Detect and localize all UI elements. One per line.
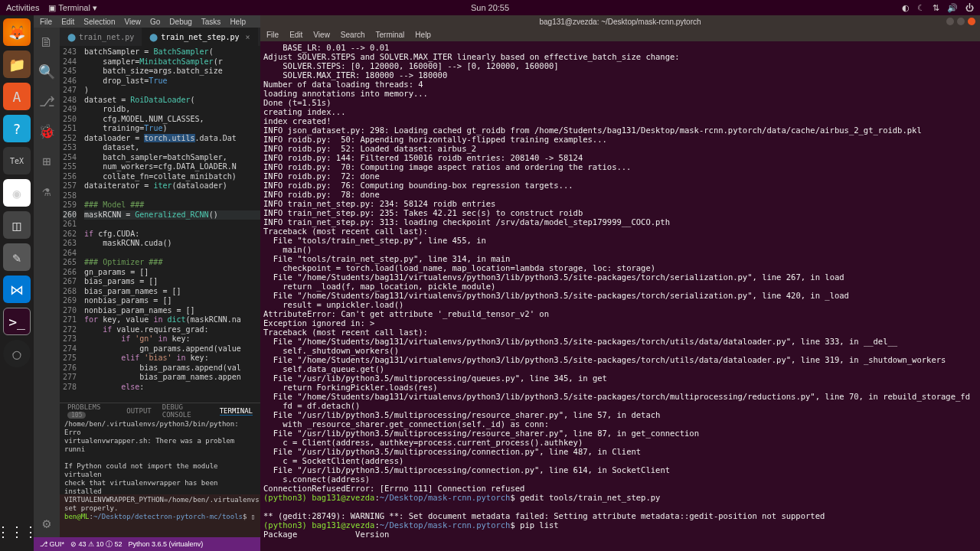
dock-terminal[interactable]: >_ <box>3 308 31 335</box>
activities-button[interactable]: Activities <box>6 3 39 12</box>
term-menu-search[interactable]: Search <box>341 31 365 39</box>
dock-help[interactable]: ? <box>3 115 31 142</box>
tab-problems[interactable]: PROBLEMS 105 <box>67 403 116 419</box>
dock-obs[interactable]: ◯ <box>3 340 31 367</box>
status-python[interactable]: Python 3.6.5 (virtualenv) <box>129 540 204 548</box>
line-gutter[interactable]: 2432442452462472482492502512522532542552… <box>60 46 81 403</box>
system-tray[interactable]: ◐ ☾ ⇅ 🔊 ⏻ <box>902 3 974 13</box>
close-button[interactable] <box>968 18 975 25</box>
dock-texstudio[interactable]: TeX <box>3 147 31 174</box>
vscode-activity-bar: 🗎 🔍 ⎇ 🐞 ⊞ ⚗ ⚙ <box>34 28 60 539</box>
editor-tabs: ⬤train_net.py ⬤train_net_step.py× ⬤seria… <box>60 28 260 46</box>
terminal-titlebar[interactable]: bag131@zvezda: ~/Desktop/mask-rcnn.pytor… <box>260 15 980 28</box>
dock-files[interactable]: 📁 <box>3 51 31 78</box>
term-menu-help[interactable]: Help <box>415 31 431 39</box>
menu-tasks[interactable]: Tasks <box>201 18 221 26</box>
gnome-top-bar: Activities ▣ Terminal ▾ Sun 20:55 ◐ ☾ ⇅ … <box>0 0 980 15</box>
app-menu[interactable]: ▣ Terminal ▾ <box>48 3 96 13</box>
network-icon[interactable]: ⇅ <box>933 3 939 13</box>
menu-file[interactable]: File <box>40 18 52 26</box>
volume-icon[interactable]: 🔊 <box>947 3 958 13</box>
terminal-title: bag131@zvezda: ~/Desktop/mask-rcnn.pytor… <box>539 18 701 26</box>
git-icon[interactable]: ⎇ <box>39 93 55 109</box>
menu-edit[interactable]: Edit <box>61 18 74 26</box>
search-icon[interactable]: 🔍 <box>38 64 55 80</box>
tab-output[interactable]: OUTPUT <box>126 407 152 415</box>
minimize-button[interactable] <box>946 18 954 25</box>
dock-firefox[interactable]: 🦊 <box>3 18 31 46</box>
terminal-output[interactable]: BASE_LR: 0.01 --> 0.01 Adjust SOLVER.STE… <box>260 41 980 551</box>
menu-help[interactable]: Help <box>230 18 246 26</box>
maximize-button[interactable] <box>957 18 965 25</box>
dock-vscode[interactable]: ⋈ <box>3 276 31 303</box>
status-git[interactable]: ⎇ GUI* <box>40 540 64 548</box>
night-icon[interactable]: ☾ <box>917 3 925 13</box>
clock[interactable]: Sun 20:55 <box>471 3 509 12</box>
menu-selection[interactable]: Selection <box>83 18 115 26</box>
tab-train-net[interactable]: ⬤train_net.py <box>60 28 142 46</box>
settings-icon[interactable]: ⚙ <box>43 515 51 531</box>
term-menu-view[interactable]: View <box>313 31 330 39</box>
panel-terminal-body[interactable]: /home/ben/.virtualenvs/python3/bin/pytho… <box>60 419 260 523</box>
extensions-icon[interactable]: ⊞ <box>43 153 51 169</box>
status-problems[interactable]: ⊘ 43 ⚠ 10 ⓘ 52 <box>70 540 122 549</box>
panel-tabs: PROBLEMS 105 OUTPUT DEBUG CONSOLE TERMIN… <box>60 403 260 419</box>
menu-view[interactable]: View <box>125 18 142 26</box>
dock-software[interactable]: A <box>3 83 31 110</box>
dock-show-apps[interactable]: ⋮⋮⋮ <box>3 517 31 545</box>
tab-debug-console[interactable]: DEBUG CONSOLE <box>162 403 209 419</box>
explorer-icon[interactable]: 🗎 <box>40 34 54 50</box>
power-icon[interactable]: ⏻ <box>965 3 974 12</box>
vscode-editor: ⬤train_net.py ⬤train_net_step.py× ⬤seria… <box>60 28 260 403</box>
test-icon[interactable]: ⚗ <box>43 183 51 199</box>
term-menu-terminal[interactable]: Terminal <box>376 31 405 39</box>
tray-icon[interactable]: ◐ <box>902 3 910 13</box>
dock-app1[interactable]: ◫ <box>3 211 31 239</box>
vscode-menubar: File Edit Selection View Go Debug Tasks … <box>34 15 260 28</box>
debug-icon[interactable]: 🐞 <box>38 123 55 139</box>
close-icon[interactable]: × <box>246 33 250 41</box>
vscode-status-bar: ⎇ GUI* ⊘ 43 ⚠ 10 ⓘ 52 Python 3.6.5 (virt… <box>34 537 260 551</box>
menu-debug[interactable]: Debug <box>169 18 191 26</box>
terminal-menubar: File Edit View Search Terminal Help <box>260 28 980 41</box>
term-menu-file[interactable]: File <box>266 31 279 39</box>
menu-go[interactable]: Go <box>150 18 160 26</box>
term-menu-edit[interactable]: Edit <box>289 31 302 39</box>
tab-train-net-step[interactable]: ⬤train_net_step.py× <box>142 28 257 46</box>
ubuntu-dock: 🦊 📁 A ? TeX ◉ ◫ ✎ ⋈ >_ ◯ ⋮⋮⋮ <box>0 15 34 551</box>
vscode-panel: PROBLEMS 105 OUTPUT DEBUG CONSOLE TERMIN… <box>60 403 260 494</box>
dock-chrome[interactable]: ◉ <box>3 179 31 207</box>
code-content[interactable]: batchSampler = BatchSampler( sampler=Min… <box>81 46 260 403</box>
tab-terminal[interactable]: TERMINAL <box>220 407 253 416</box>
dock-gedit[interactable]: ✎ <box>3 243 31 271</box>
